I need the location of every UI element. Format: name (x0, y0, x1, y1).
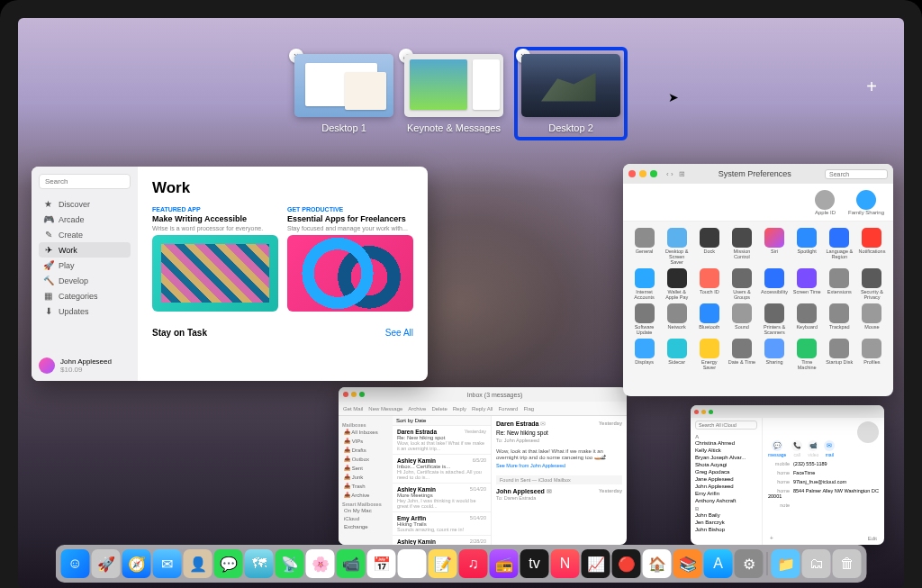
dock-photos[interactable]: 🌸 (306, 549, 335, 578)
pref-dock[interactable]: Dock (694, 228, 724, 265)
contact-item[interactable]: Anthony Ashcraft (695, 497, 757, 504)
toolbar-archive[interactable]: Archive (408, 406, 426, 412)
grid-button[interactable]: ⊞ (679, 170, 685, 178)
pref-users-groups[interactable]: Users & Groups (727, 268, 756, 300)
mailbox-item[interactable]: 📥 Sent (342, 464, 389, 472)
see-more-link[interactable]: See More from John Appleseed (496, 463, 622, 468)
mailbox-item[interactable]: iCloud (342, 515, 389, 522)
pref-mission-control[interactable]: Mission Control (727, 228, 756, 265)
pref-desktop-screen-saver[interactable]: Desktop & Screen Saver (662, 228, 692, 265)
search-input[interactable] (695, 421, 757, 430)
titlebar[interactable]: Inbox (3 messages) (339, 387, 627, 402)
sidebar-item-arcade[interactable]: 🎮Arcade (39, 212, 131, 227)
pref-network[interactable]: Network (662, 303, 692, 335)
pref-keyboard[interactable]: Keyboard (792, 303, 822, 335)
zoom-icon[interactable] (709, 410, 713, 414)
zoom-icon[interactable] (359, 392, 365, 397)
search-input[interactable] (825, 169, 888, 179)
toolbar-reply-all[interactable]: Reply All (472, 406, 493, 412)
toolbar-delete[interactable]: Delete (431, 406, 447, 412)
mailbox-item[interactable]: On My Mac (342, 507, 389, 514)
pref-displays[interactable]: Displays (629, 339, 659, 370)
close-icon[interactable] (694, 410, 699, 414)
pref-trackpad[interactable]: Trackpad (825, 303, 854, 335)
pref-date-time[interactable]: Date & Time (727, 339, 756, 370)
pref-family-sharing[interactable]: Family Sharing (848, 190, 884, 215)
mailbox-item[interactable]: 📥 Junk (342, 473, 389, 481)
mailbox-item[interactable]: 📥 All Inboxes (342, 428, 389, 436)
dock-voicememos[interactable]: 🔴 (612, 549, 641, 578)
mail-button[interactable]: ✉mail (824, 440, 835, 457)
dock-appstore[interactable]: A (704, 549, 733, 578)
mail-window[interactable]: Inbox (3 messages) Get MailNew MessageAr… (339, 387, 627, 545)
pref-startup-disk[interactable]: Startup Disk (825, 339, 854, 370)
dock-home[interactable]: 🏠 (643, 549, 672, 578)
space-desktop-1[interactable]: × Desktop 1 (294, 54, 393, 133)
zoom-icon[interactable] (650, 170, 657, 177)
mailbox-item[interactable]: 📥 Archive (342, 491, 389, 499)
message-item[interactable]: Emy Arifin5/14/20 Hiking Trails Sounds a… (393, 512, 491, 536)
dock-messages[interactable]: 💬 (214, 549, 243, 578)
dock-news[interactable]: N (551, 549, 580, 578)
message-item[interactable]: Ashley Kamin2/28/20 Lebanese Family... .… (393, 536, 491, 545)
mailbox-item[interactable]: 📥 Trash (342, 482, 389, 490)
contact-item[interactable]: Emy Arifin (695, 490, 757, 497)
pref-sidecar[interactable]: Sidecar (662, 339, 692, 370)
dock-podcasts[interactable]: 📻 (490, 549, 519, 578)
mailbox-item[interactable]: Exchange (342, 523, 389, 530)
toolbar-flag[interactable]: Flag (523, 406, 534, 412)
dock-reminders[interactable]: ☑ (398, 549, 427, 578)
pref-siri[interactable]: Siri (760, 228, 790, 265)
dock-finder[interactable]: ☺ (61, 549, 90, 578)
dock-calendar[interactable]: 📅 (367, 549, 396, 578)
dock-contacts[interactable]: 👤 (184, 549, 212, 578)
contact-item[interactable]: Bryan Joseph Alvar... (695, 454, 757, 461)
contact-item[interactable]: John Baily (695, 511, 757, 519)
dock-mail[interactable]: ✉ (153, 549, 182, 578)
call-button[interactable]: 📞call (791, 440, 802, 457)
pref-screen-time[interactable]: Screen Time (792, 268, 822, 300)
contact-item[interactable]: Jane Appleseed (695, 475, 757, 483)
pref-profiles[interactable]: Profiles (857, 339, 887, 370)
toolbar-get-mail[interactable]: Get Mail (343, 406, 363, 412)
sort-dropdown[interactable]: Sort by Date (393, 416, 491, 426)
close-icon[interactable] (628, 170, 636, 177)
dock-safari[interactable]: 🧭 (122, 549, 151, 578)
message-item[interactable]: Ashley Kamin6/5/20 Inbox... Certificate … (393, 455, 491, 484)
pref-extensions[interactable]: Extensions (825, 268, 854, 300)
pref-apple-id[interactable]: Apple ID (815, 190, 836, 215)
contact-item[interactable]: Kelly Altick (695, 447, 757, 454)
pref-wallet-apple-pay[interactable]: Wallet & Apple Pay (662, 268, 692, 300)
sidebar-item-categories[interactable]: ▦Categories (39, 288, 131, 303)
space-desktop-2[interactable]: × Desktop 2 (514, 47, 628, 140)
dock-sysprefs[interactable]: ⚙ (735, 549, 764, 578)
sidebar-item-updates[interactable]: ⬇Updates (39, 303, 131, 319)
pref-sharing[interactable]: Sharing (760, 339, 790, 370)
sidebar-item-play[interactable]: 🚀Play (39, 258, 131, 273)
mailbox-item[interactable]: 📥 Outbox (342, 455, 389, 463)
pref-accessibility[interactable]: Accessibility (760, 268, 790, 300)
pref-sound[interactable]: Sound (727, 303, 756, 335)
titlebar[interactable] (691, 405, 884, 418)
dock-music[interactable]: ♫ (459, 549, 488, 578)
pref-internet-accounts[interactable]: Internet Accounts (629, 268, 659, 300)
user-account[interactable]: John Appleseed $10.09 (39, 357, 131, 374)
dock-findmy[interactable]: 📡 (276, 549, 304, 578)
close-icon[interactable] (343, 392, 348, 397)
contact-item[interactable]: John Bishop (695, 526, 757, 533)
system-preferences-window[interactable]: ‹ › ⊞ System Preferences Apple IDFamily … (623, 164, 893, 396)
app-store-window[interactable]: ★Discover🎮Arcade✎Create✈Work🚀Play🔨Develo… (32, 167, 428, 381)
contact-item[interactable]: Jen Barczyk (695, 519, 757, 526)
pref-security-privacy[interactable]: Security & Privacy (857, 268, 887, 300)
minimize-icon[interactable] (701, 410, 706, 414)
contact-item[interactable]: Shota Aoyagi (695, 461, 757, 468)
titlebar[interactable]: ‹ › ⊞ System Preferences (623, 164, 893, 184)
back-button[interactable]: ‹ › (666, 170, 673, 178)
pref-touch-id[interactable]: Touch ID (694, 268, 724, 300)
contact-item[interactable]: Christina Ahmed (695, 439, 757, 447)
contact-item[interactable]: Greg Apodaca (695, 468, 757, 475)
dock-facetime[interactable]: 📹 (337, 549, 366, 578)
edit-button[interactable]: Edit (868, 536, 877, 541)
pref-notifications[interactable]: Notifications (857, 228, 887, 265)
space-keynote-messages[interactable]: ⤢ Keynote & Messages (404, 54, 503, 133)
